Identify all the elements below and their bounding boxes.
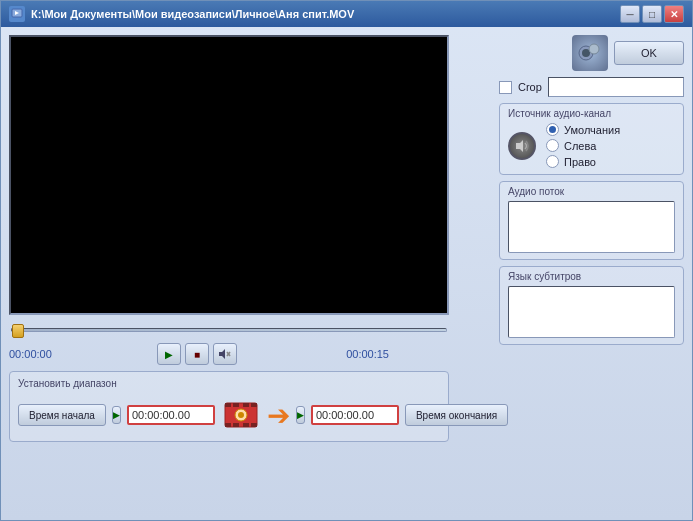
window-title: К:\Мои Документы\Мои видеозаписи\Личное\… — [31, 8, 620, 20]
title-bar: К:\Мои Документы\Мои видеозаписи\Личное\… — [1, 1, 692, 27]
app-icon — [572, 35, 608, 71]
svg-point-15 — [238, 412, 244, 418]
main-content: 00:00:00 ▶ ■ 00:00:15 Установить диапазо… — [1, 27, 692, 520]
timeline-slider[interactable] — [9, 321, 449, 339]
crop-label: Crop — [518, 81, 542, 93]
slider-thumb[interactable] — [12, 324, 24, 338]
close-button[interactable]: ✕ — [664, 5, 684, 23]
audio-stream-box[interactable] — [508, 201, 675, 253]
audio-row: Умолчания Слева Право — [508, 123, 675, 168]
video-preview — [9, 35, 449, 315]
ok-row: OK — [499, 35, 684, 71]
maximize-button[interactable]: □ — [642, 5, 662, 23]
range-row: Время начала ▶ — [18, 395, 440, 435]
left-panel: 00:00:00 ▶ ■ 00:00:15 Установить диапазо… — [9, 35, 491, 512]
stop-button[interactable]: ■ — [185, 343, 209, 365]
svg-marker-19 — [516, 140, 523, 152]
svg-rect-7 — [233, 403, 239, 407]
subtitle-box[interactable] — [508, 286, 675, 338]
svg-rect-12 — [243, 423, 249, 427]
main-window: К:\Мои Документы\Мои видеозаписи\Личное\… — [0, 0, 693, 521]
crop-row: Crop — [499, 77, 684, 97]
right-panel: OK Crop Источник аудио-канал — [499, 35, 684, 512]
film-icon — [221, 395, 261, 435]
audio-stream-title: Аудио поток — [508, 186, 675, 197]
svg-rect-8 — [243, 403, 249, 407]
crop-checkbox[interactable] — [499, 81, 512, 94]
time-start: 00:00:00 — [9, 348, 52, 360]
playback-controls: ▶ ■ — [157, 343, 241, 365]
svg-rect-11 — [233, 423, 239, 427]
audio-source-section: Источник аудио-канал Умолчания — [499, 103, 684, 175]
svg-rect-9 — [251, 403, 257, 407]
radio-left-dot[interactable] — [546, 139, 559, 152]
radio-default-label: Умолчания — [564, 124, 620, 136]
range-section: Установить диапазон Время начала ▶ — [9, 371, 449, 442]
app-icon-small — [9, 6, 25, 22]
radio-left-label: Слева — [564, 140, 596, 152]
slider-track — [11, 328, 447, 332]
svg-rect-10 — [225, 423, 231, 427]
radio-right-label: Право — [564, 156, 596, 168]
radio-group: Умолчания Слева Право — [542, 123, 620, 168]
minimize-button[interactable]: ─ — [620, 5, 640, 23]
time-mid: 00:00:15 — [346, 348, 389, 360]
radio-right-dot[interactable] — [546, 155, 559, 168]
subtitle-title: Язык субтитров — [508, 271, 675, 282]
radio-left[interactable]: Слева — [546, 139, 620, 152]
crop-input[interactable] — [548, 77, 684, 97]
svg-marker-2 — [219, 349, 225, 359]
start-play-button[interactable]: ▶ — [112, 406, 121, 424]
svg-point-18 — [589, 44, 599, 54]
end-time-input[interactable] — [311, 405, 399, 425]
range-title: Установить диапазон — [18, 378, 440, 389]
radio-right[interactable]: Право — [546, 155, 620, 168]
time-row: 00:00:00 ▶ ■ 00:00:15 — [9, 343, 449, 365]
audio-source-title: Источник аудио-канал — [508, 108, 675, 119]
audio-stream-section: Аудио поток — [499, 181, 684, 260]
convert-arrow: ➔ — [267, 397, 290, 433]
start-time-input[interactable] — [127, 405, 215, 425]
window-controls: ─ □ ✕ — [620, 5, 684, 23]
end-play-button[interactable]: ▶ — [296, 406, 305, 424]
timeline-area: 00:00:00 ▶ ■ 00:00:15 — [9, 321, 449, 365]
svg-rect-6 — [225, 403, 231, 407]
svg-rect-13 — [251, 423, 257, 427]
speaker-icon — [508, 132, 536, 160]
start-time-button[interactable]: Время начала — [18, 404, 106, 426]
radio-default-dot[interactable] — [546, 123, 559, 136]
end-time-button[interactable]: Время окончания — [405, 404, 508, 426]
ok-button[interactable]: OK — [614, 41, 684, 65]
radio-default[interactable]: Умолчания — [546, 123, 620, 136]
play-button[interactable]: ▶ — [157, 343, 181, 365]
subtitle-section: Язык субтитров — [499, 266, 684, 345]
mute-button[interactable] — [213, 343, 237, 365]
